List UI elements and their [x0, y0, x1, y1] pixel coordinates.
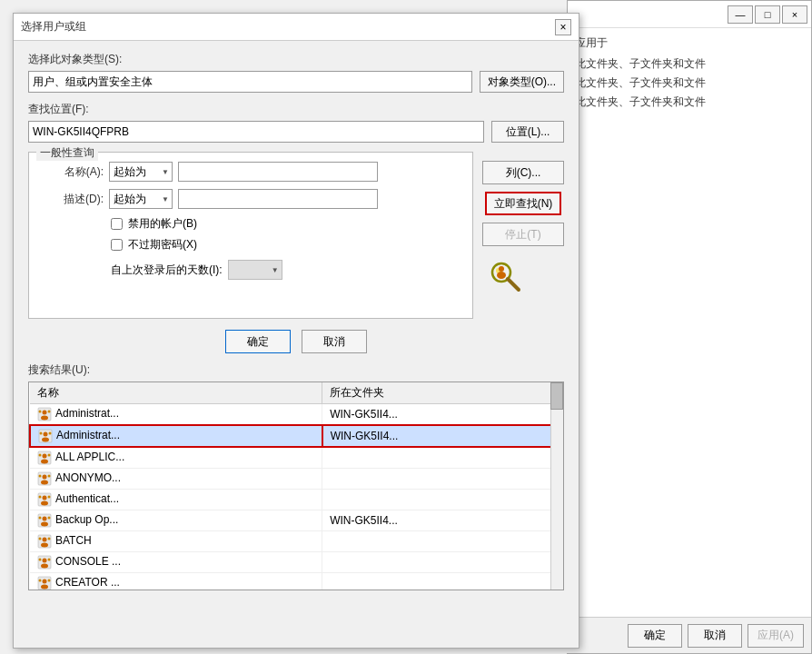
results-table-container[interactable]: 名称 所在文件夹 Administrat...WIN-GK5II4... Adm…	[28, 382, 564, 590]
scrollbar-thumb[interactable]	[550, 382, 563, 410]
object-type-input[interactable]	[28, 71, 472, 93]
result-name-cell[interactable]: Authenticat...	[30, 490, 322, 510]
right-buttons: 列(C)... 立即查找(N) 停止(T)	[482, 161, 564, 299]
table-row[interactable]: Administrat...WIN-GK5II4...	[30, 404, 562, 426]
svg-line-2	[508, 279, 519, 290]
table-row[interactable]: Backup Op...WIN-GK5II4...	[30, 510, 562, 531]
bg-apply-btn[interactable]: 应用(A)	[748, 624, 804, 648]
name-dropdown-wrapper: 起始为	[109, 162, 173, 182]
cancel-btn[interactable]: 取消	[302, 330, 367, 353]
result-name-cell[interactable]: BATCH	[30, 531, 322, 552]
search-now-btn[interactable]: 立即查找(N)	[485, 192, 562, 215]
result-name-text: CONSOLE ...	[55, 555, 121, 568]
bg-content: 应用于 此文件夹、子文件夹和文件 此文件夹、子文件夹和文件 此文件夹、子文件夹和…	[568, 28, 811, 121]
bg-confirm-btn[interactable]: 确定	[628, 624, 682, 648]
bg-apply-header: 应用于	[575, 35, 804, 51]
result-name-cell[interactable]: CONSOLE ...	[30, 552, 322, 573]
results-label: 搜索结果(U):	[28, 362, 564, 378]
desc-dropdown[interactable]: 起始为	[109, 189, 173, 209]
bg-apply-item-2: 此文件夹、子文件夹和文件	[575, 75, 804, 91]
result-folder-cell[interactable]: WIN-GK5II4...	[322, 510, 562, 531]
svg-point-11	[44, 432, 48, 437]
svg-point-4	[497, 272, 506, 279]
col-btn[interactable]: 列(C)...	[482, 161, 564, 184]
result-folder-cell[interactable]	[322, 469, 562, 490]
disabled-checkbox[interactable]	[111, 218, 123, 230]
svg-point-6	[43, 411, 47, 415]
result-folder-cell[interactable]	[322, 573, 562, 591]
bg-apply-item-1: 此文件夹、子文件夹和文件	[575, 56, 804, 72]
bg-minimize-btn[interactable]: —	[728, 5, 753, 24]
svg-point-18	[39, 454, 42, 457]
svg-point-19	[48, 454, 51, 457]
confirm-btn[interactable]: 确定	[225, 330, 291, 353]
dialog-title: 选择用户或组	[21, 19, 86, 35]
result-name-cell[interactable]: ANONYMO...	[30, 469, 322, 490]
svg-point-8	[39, 411, 42, 413]
noexpire-checkbox[interactable]	[111, 239, 123, 251]
result-name-text: Administrat...	[55, 407, 119, 420]
col-header-name: 名称	[30, 382, 322, 404]
svg-point-29	[48, 496, 51, 499]
location-row: 位置(L)...	[28, 121, 564, 143]
result-name-cell[interactable]: Backup Op...	[30, 510, 322, 531]
result-name-cell[interactable]: CREATOR ...	[30, 573, 322, 591]
bg-cancel-btn[interactable]: 取消	[688, 624, 742, 648]
svg-point-16	[43, 454, 47, 459]
dialog-close-btn[interactable]: ×	[555, 19, 571, 35]
table-row[interactable]: ANONYMO...	[30, 469, 562, 490]
result-folder-cell[interactable]	[322, 552, 562, 573]
svg-point-31	[43, 517, 47, 521]
days-select[interactable]	[228, 260, 282, 280]
location-input[interactable]	[28, 121, 484, 143]
location-btn[interactable]: 位置(L)...	[491, 121, 564, 143]
name-input[interactable]	[178, 162, 378, 182]
svg-point-39	[48, 538, 51, 540]
svg-point-7	[41, 416, 48, 421]
bg-maximize-btn[interactable]: □	[755, 5, 780, 24]
result-name-text: ANONYMO...	[55, 471, 121, 484]
col-header-folder: 所在文件夹	[322, 382, 562, 404]
scrollbar-track[interactable]	[550, 382, 563, 590]
desc-input[interactable]	[178, 189, 378, 209]
name-dropdown[interactable]: 起始为	[109, 162, 173, 182]
result-name-text: ALL APPLIC...	[55, 451, 124, 463]
svg-point-47	[41, 585, 48, 590]
table-row[interactable]: Administrat...WIN-GK5II4...	[30, 425, 562, 447]
table-row[interactable]: BATCH	[30, 531, 562, 552]
table-row[interactable]: CREATOR ...	[30, 573, 562, 591]
result-name-cell[interactable]: Administrat...	[30, 425, 322, 447]
result-name-text: BATCH	[55, 534, 92, 547]
result-name-cell[interactable]: ALL APPLIC...	[30, 447, 322, 469]
table-row[interactable]: CONSOLE ...	[30, 552, 562, 573]
result-folder-cell[interactable]	[322, 531, 562, 552]
table-row[interactable]: ALL APPLIC...	[30, 447, 562, 469]
noexpire-label: 不过期密码(X)	[128, 237, 197, 253]
disabled-label: 禁用的帐户(B)	[128, 216, 197, 232]
result-name-text: Administrat...	[56, 429, 120, 441]
magnifier-icon	[485, 256, 525, 296]
result-folder-cell[interactable]: WIN-GK5II4...	[322, 425, 562, 447]
result-folder-cell[interactable]: WIN-GK5II4...	[322, 404, 562, 426]
object-type-btn[interactable]: 对象类型(O)...	[480, 71, 564, 93]
disabled-checkbox-row: 禁用的帐户(B)	[40, 216, 461, 232]
bg-close-btn[interactable]: ×	[782, 5, 807, 24]
bg-apply-item-3: 此文件夹、子文件夹和文件	[575, 94, 804, 110]
svg-point-43	[39, 559, 42, 561]
search-icon-area	[482, 253, 528, 299]
result-name-text: CREATOR ...	[55, 576, 120, 589]
table-row[interactable]: Authenticat...	[30, 490, 562, 510]
result-folder-cell[interactable]	[322, 447, 562, 469]
stop-btn[interactable]: 停止(T)	[482, 223, 564, 246]
result-folder-cell[interactable]	[322, 490, 562, 510]
svg-point-28	[39, 496, 42, 499]
svg-point-26	[43, 496, 47, 500]
object-type-row: 对象类型(O)...	[28, 71, 564, 93]
svg-point-44	[48, 559, 51, 561]
svg-point-36	[43, 538, 47, 542]
svg-point-3	[499, 266, 504, 272]
result-name-cell[interactable]: Administrat...	[30, 404, 322, 426]
user-icon	[37, 534, 55, 547]
svg-point-34	[48, 517, 51, 520]
bg-titlebar: — □ ×	[568, 1, 811, 28]
